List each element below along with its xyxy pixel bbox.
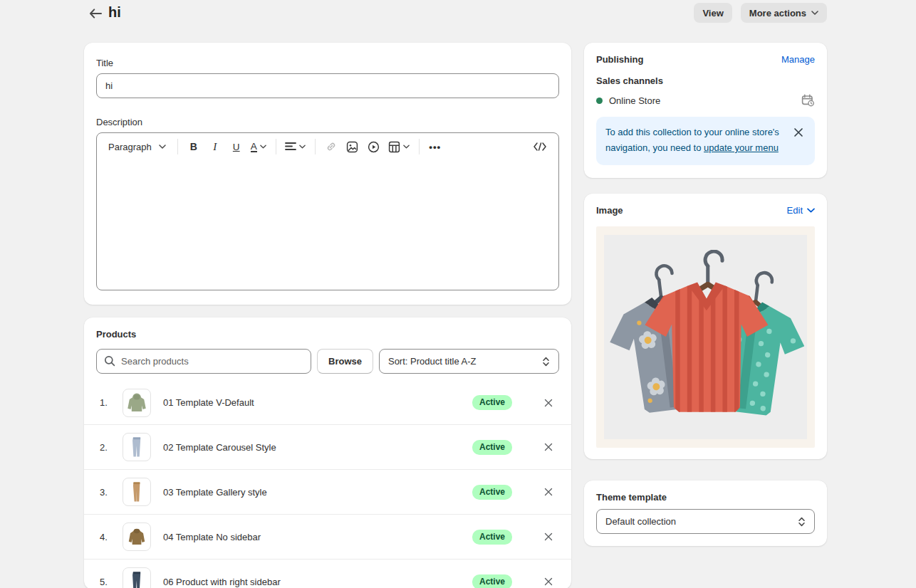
paragraph-style-dropdown[interactable]: Paragraph: [103, 137, 172, 157]
edit-image-dropdown[interactable]: Edit: [787, 205, 815, 216]
back-button[interactable]: [86, 4, 105, 23]
theme-template-card: Theme template Default collection: [584, 481, 827, 546]
italic-button[interactable]: I: [205, 137, 225, 157]
publishing-card: Publishing Manage Sales channels Online …: [584, 43, 827, 178]
remove-product-button[interactable]: [540, 528, 557, 545]
search-icon: [104, 355, 115, 367]
title-input[interactable]: [96, 73, 559, 98]
publishing-heading: Publishing: [596, 54, 643, 65]
row-number: 3.: [100, 487, 123, 498]
chevron-down-icon: [159, 145, 166, 149]
calendar-clock-icon[interactable]: [801, 94, 815, 107]
channel-name: Online Store: [609, 95, 801, 106]
product-name: 03 Template Gallery style: [163, 487, 472, 498]
sales-channel-row: Online Store: [596, 94, 815, 107]
description-textarea[interactable]: [97, 160, 558, 290]
tan-pants-image: [125, 480, 149, 504]
insert-table-button[interactable]: [385, 137, 413, 157]
remove-product-button[interactable]: [540, 573, 557, 588]
remove-product-button[interactable]: [540, 394, 557, 411]
product-list: 1. 01 Template V-Default Active 2. 02 Te…: [84, 380, 571, 588]
product-name: 01 Template V-Default: [163, 397, 472, 408]
alignment-button[interactable]: [282, 137, 309, 157]
product-thumbnail: [123, 433, 151, 461]
align-left-icon: [285, 142, 296, 151]
toolbar-divider: [419, 139, 420, 154]
banner-text: To add this collection to your online st…: [605, 125, 782, 156]
chevron-down-icon: [811, 11, 818, 15]
show-html-button[interactable]: [530, 137, 550, 157]
view-button[interactable]: View: [694, 3, 732, 23]
product-thumbnail: [123, 389, 151, 417]
light-jeans-image: [125, 435, 149, 459]
product-name: 06 Product with right sidebar: [163, 577, 472, 587]
close-icon: [544, 532, 553, 541]
editor-toolbar: Paragraph B I U A: [97, 133, 558, 160]
green-hoodie-image: [125, 391, 149, 415]
insert-link-button[interactable]: [321, 137, 341, 157]
products-card: Products Browse Sort: Product title A-Z …: [84, 317, 571, 588]
table-row: 2. 02 Template Carousel Style Active: [84, 425, 571, 470]
bold-button[interactable]: B: [184, 137, 204, 157]
close-icon: [793, 127, 803, 137]
row-number: 5.: [100, 577, 123, 587]
table-row: 5. 06 Product with right sidebar Active: [84, 560, 571, 588]
text-color-button[interactable]: A: [248, 137, 270, 157]
update-your-menu-link[interactable]: update your menu: [704, 142, 779, 153]
insert-video-button[interactable]: [364, 137, 384, 157]
more-actions-button[interactable]: More actions: [741, 3, 827, 23]
status-badge: Active: [472, 574, 512, 588]
brown-hoodie-image: [125, 525, 149, 549]
row-number: 2.: [100, 442, 123, 453]
link-icon: [326, 141, 337, 152]
image-icon: [346, 141, 358, 153]
dark-jeans-image: [125, 569, 149, 588]
status-badge: Active: [472, 530, 512, 545]
close-icon: [544, 488, 553, 496]
row-number: 1.: [100, 397, 123, 408]
status-badge: Active: [472, 485, 512, 500]
toolbar-divider: [315, 139, 316, 154]
dismiss-banner-button[interactable]: [791, 125, 806, 140]
page-header: hi View More actions: [0, 0, 916, 33]
up-down-caret-icon: [542, 357, 550, 367]
toolbar-divider: [276, 139, 276, 154]
sales-channels-label: Sales channels: [596, 75, 815, 86]
table-row: 1. 01 Template V-Default Active: [84, 380, 571, 425]
manage-publishing-link[interactable]: Manage: [781, 54, 815, 65]
toolbar-divider: [177, 139, 178, 154]
chevron-down-icon: [807, 208, 815, 213]
play-circle-icon: [368, 141, 380, 153]
insert-image-button[interactable]: [343, 137, 363, 157]
collection-details-card: Title Description Paragraph B I U A: [84, 43, 571, 305]
status-badge: Active: [472, 395, 512, 410]
sort-select[interactable]: Sort: Product title A-Z: [379, 349, 559, 374]
status-badge: Active: [472, 440, 512, 455]
theme-template-label: Theme template: [596, 492, 815, 503]
remove-product-button[interactable]: [540, 483, 557, 500]
code-icon: [534, 142, 546, 151]
channel-active-dot: [596, 98, 603, 104]
table-icon: [388, 141, 400, 153]
up-down-caret-icon: [798, 517, 806, 527]
navigation-info-banner: To add this collection to your online st…: [596, 117, 815, 165]
underline-button[interactable]: U: [227, 137, 246, 157]
theme-template-select[interactable]: Default collection: [596, 509, 815, 534]
more-formatting-button[interactable]: •••: [425, 137, 445, 157]
shirts-illustration: [604, 235, 807, 439]
table-row: 3. 03 Template Gallery style Active: [84, 470, 571, 515]
product-name: 02 Template Carousel Style: [163, 442, 472, 453]
product-thumbnail: [123, 478, 151, 506]
product-thumbnail: [123, 523, 151, 551]
search-products-input[interactable]: [96, 349, 311, 374]
browse-button[interactable]: Browse: [317, 349, 373, 374]
image-heading: Image: [596, 205, 623, 216]
table-row: 4. 04 Template No sidebar Active: [84, 515, 571, 560]
products-heading: Products: [84, 329, 571, 340]
description-editor: Paragraph B I U A: [96, 132, 559, 290]
chevron-down-icon: [403, 145, 410, 149]
remove-product-button[interactable]: [540, 439, 557, 456]
collection-image[interactable]: [596, 226, 815, 448]
close-icon: [544, 577, 553, 586]
chevron-down-icon: [260, 145, 267, 149]
